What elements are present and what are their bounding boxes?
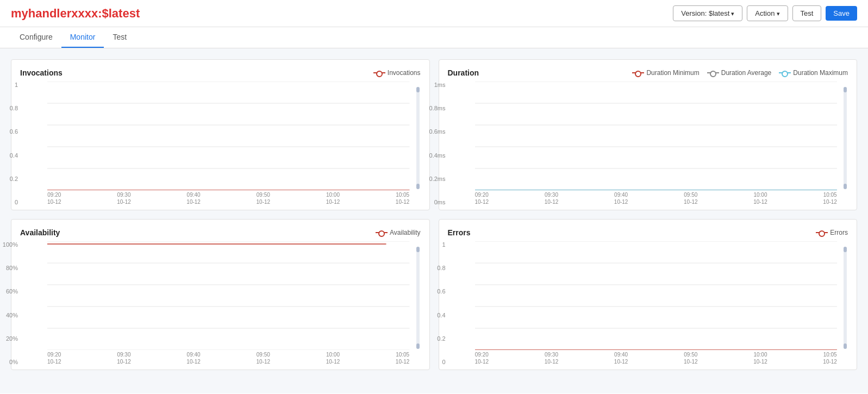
duration-scrollbar-top <box>844 87 847 92</box>
invocations-chart-card: Invocations Invocations 1 0.8 0.6 0.4 0.… <box>11 59 430 210</box>
duration-chart-header: Duration Duration Minimum Duration Avera… <box>448 68 848 77</box>
invocations-legend-line <box>373 72 385 73</box>
availability-legend-label: Availability <box>390 229 420 236</box>
invocations-chart-area <box>47 82 410 190</box>
invocations-legend: Invocations <box>373 69 421 77</box>
availability-legend: Availability <box>376 229 420 236</box>
availability-svg <box>47 241 410 350</box>
availability-chart-header: Availability Availability <box>20 228 421 237</box>
duration-chart-wrapper: 1ms 0.8ms 0.6ms 0.4ms 0.2ms 0ms <box>448 82 848 205</box>
duration-y-axis: 1ms 0.8ms 0.6ms 0.4ms 0.2ms 0ms <box>421 82 446 205</box>
errors-legend-label: Errors <box>830 229 848 236</box>
tab-test[interactable]: Test <box>104 27 135 48</box>
duration-min-legend-label: Duration Minimum <box>646 69 699 77</box>
invocations-scrollbar[interactable] <box>416 87 420 189</box>
availability-scrollbar[interactable] <box>416 247 420 349</box>
availability-chart-area <box>47 241 410 350</box>
availability-legend-item: Availability <box>376 229 420 236</box>
duration-max-legend-line <box>779 72 791 73</box>
duration-avg-legend-line <box>707 72 719 73</box>
errors-chart-wrapper: 1 0.8 0.6 0.4 0.2 0 <box>448 241 848 365</box>
errors-chart-area <box>475 241 838 350</box>
availability-y-axis: 100% 80% 60% 40% 20% 0% <box>0 241 18 365</box>
page-header: myhandlerxxxx:$latest Version: $latest A… <box>0 0 868 27</box>
duration-svg <box>475 82 838 190</box>
duration-chart-card: Duration Duration Minimum Duration Avera… <box>439 59 858 210</box>
errors-legend-item: Errors <box>816 229 848 236</box>
duration-legend: Duration Minimum Duration Average Durati… <box>632 69 848 77</box>
duration-min-legend-line <box>632 72 644 73</box>
duration-max-legend-label: Duration Maximum <box>793 69 848 77</box>
invocations-x-axis: 09:2010-12 09:3010-12 09:4010-12 09:5010… <box>47 191 410 205</box>
errors-scrollbar-top <box>844 247 847 252</box>
test-button[interactable]: Test <box>792 5 822 21</box>
duration-scrollbar[interactable] <box>844 87 847 189</box>
tab-bar: Configure Monitor Test <box>0 27 868 48</box>
errors-scrollbar-bottom <box>844 343 847 349</box>
errors-legend: Errors <box>816 229 848 236</box>
page-title: myhandlerxxxx:$latest <box>11 7 140 21</box>
tab-monitor[interactable]: Monitor <box>61 27 104 48</box>
availability-x-axis: 09:2010-12 09:3010-12 09:4010-12 09:5010… <box>47 351 410 365</box>
errors-chart-title: Errors <box>448 228 471 237</box>
duration-scrollbar-bottom <box>844 184 847 189</box>
header-actions: Version: $latest Action Test Save <box>673 5 857 21</box>
availability-scrollbar-bottom <box>416 343 420 349</box>
invocations-chart-header: Invocations Invocations <box>20 68 421 77</box>
invocations-scrollbar-bottom <box>416 184 420 189</box>
action-button[interactable]: Action <box>747 5 788 21</box>
errors-x-axis: 09:2010-12 09:3010-12 09:4010-12 09:5010… <box>475 351 838 365</box>
duration-min-legend-item: Duration Minimum <box>632 69 699 77</box>
main-content: Invocations Invocations 1 0.8 0.6 0.4 0.… <box>0 48 868 393</box>
errors-chart-header: Errors Errors <box>448 228 848 237</box>
invocations-scrollbar-top <box>416 87 420 92</box>
invocations-legend-label: Invocations <box>388 69 421 77</box>
duration-x-axis: 09:2010-12 09:3010-12 09:4010-12 09:5010… <box>475 191 838 205</box>
availability-chart-title: Availability <box>20 228 60 237</box>
availability-chart-wrapper: 100% 80% 60% 40% 20% 0% <box>20 241 421 365</box>
duration-chart-title: Duration <box>448 68 479 77</box>
errors-y-axis: 1 0.8 0.6 0.4 0.2 0 <box>421 241 446 365</box>
invocations-chart-wrapper: 1 0.8 0.6 0.4 0.2 0 <box>20 82 421 205</box>
duration-max-legend-item: Duration Maximum <box>779 69 848 77</box>
invocations-y-axis: 1 0.8 0.6 0.4 0.2 0 <box>0 82 18 205</box>
duration-chart-area <box>475 82 838 190</box>
duration-avg-legend-label: Duration Average <box>721 69 772 77</box>
errors-scrollbar[interactable] <box>844 247 847 349</box>
availability-legend-line <box>376 232 388 233</box>
errors-chart-card: Errors Errors 1 0.8 0.6 0.4 0.2 0 <box>439 219 858 370</box>
tab-configure[interactable]: Configure <box>11 27 61 48</box>
errors-svg <box>475 241 838 350</box>
version-button[interactable]: Version: $latest <box>673 5 742 21</box>
errors-legend-line <box>816 232 828 233</box>
invocations-svg <box>47 82 410 190</box>
invocations-legend-item: Invocations <box>373 69 421 77</box>
charts-grid: Invocations Invocations 1 0.8 0.6 0.4 0.… <box>11 59 857 370</box>
duration-avg-legend-item: Duration Average <box>707 69 772 77</box>
save-button[interactable]: Save <box>826 6 857 21</box>
invocations-chart-title: Invocations <box>20 68 63 77</box>
availability-scrollbar-top <box>416 247 420 252</box>
availability-chart-card: Availability Availability 100% 80% 60% 4… <box>11 219 430 370</box>
